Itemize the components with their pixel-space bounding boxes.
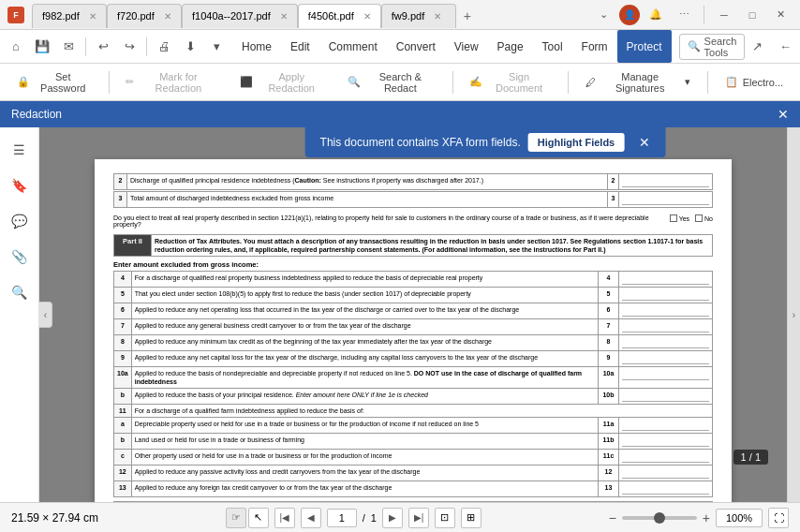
tab-f982[interactable]: f982.pdf ✕ xyxy=(32,4,107,28)
menu-comment[interactable]: Comment xyxy=(319,30,387,63)
yes-checkbox[interactable]: Yes xyxy=(670,214,689,222)
hand-tool-button[interactable]: ☞ xyxy=(226,508,246,528)
apply-redaction-button[interactable]: ⬛ Apply Redaction xyxy=(230,68,334,96)
row-2-field[interactable] xyxy=(619,174,713,190)
input-field[interactable] xyxy=(619,418,713,434)
zoom-in-button[interactable]: + xyxy=(703,510,710,525)
row-3-field[interactable] xyxy=(619,192,713,208)
tab-close-f982[interactable]: ✕ xyxy=(89,11,96,22)
input-field[interactable] xyxy=(619,389,713,405)
notification-icon[interactable]: 🔔 xyxy=(644,3,668,27)
last-page-button[interactable]: ▶| xyxy=(408,508,429,528)
panel-comment-icon[interactable]: 💬 xyxy=(5,206,35,236)
redo-icon[interactable]: ↪ xyxy=(117,34,141,60)
input-field[interactable] xyxy=(619,319,713,335)
menu-tool[interactable]: Tool xyxy=(533,30,572,63)
left-panel-collapse-button[interactable]: ‹ xyxy=(39,302,52,328)
document-scroll[interactable]: This document contains XFA form fields. … xyxy=(39,127,787,502)
mark-for-redaction-button[interactable]: ✏ Mark for Redaction xyxy=(116,68,227,96)
tab-f4506t[interactable]: f4506t.pdf ✕ xyxy=(298,4,381,28)
table-row: b Applied to reduce the basis of your pr… xyxy=(114,389,713,405)
input-field[interactable] xyxy=(619,351,713,367)
first-page-button[interactable]: |◀ xyxy=(274,508,295,528)
input-field[interactable] xyxy=(619,272,713,288)
dropdown-icon[interactable]: ▾ xyxy=(204,34,229,60)
panel-bookmark-icon[interactable]: 🔖 xyxy=(5,170,35,200)
input-field[interactable] xyxy=(619,434,713,450)
input-field[interactable] xyxy=(619,466,713,481)
zoom-thumb[interactable] xyxy=(654,512,665,524)
row-3-text: Total amount of discharged indebtedness … xyxy=(127,192,608,208)
menu-view[interactable]: View xyxy=(445,30,488,63)
table-row: 6 Applied to reduce any net operating lo… xyxy=(114,303,713,319)
fullscreen-button[interactable]: ⛶ xyxy=(768,508,789,528)
menu-home[interactable]: Home xyxy=(232,30,281,63)
part2-label: Part II xyxy=(114,235,152,257)
menu-protect[interactable]: Protect xyxy=(617,30,672,63)
input-field[interactable] xyxy=(619,450,713,466)
back-icon[interactable]: ← xyxy=(773,34,797,60)
menu-convert[interactable]: Convert xyxy=(387,30,445,63)
fit-page-button[interactable]: ⊞ xyxy=(461,508,481,528)
panel-nav-icon[interactable]: ☰ xyxy=(5,135,35,165)
highlight-fields-button[interactable]: Highlight Fields xyxy=(528,133,625,152)
redaction-panel-close[interactable]: ✕ xyxy=(778,107,789,122)
next-page-button[interactable]: ▶ xyxy=(382,508,403,528)
tab-close-f4506t[interactable]: ✕ xyxy=(363,11,371,22)
set-password-button[interactable]: 🔒 Set Password xyxy=(7,68,101,96)
no-checkbox-box[interactable] xyxy=(695,214,703,222)
external-link-icon[interactable]: ↗ xyxy=(745,34,769,60)
download-icon[interactable]: ⬇ xyxy=(178,34,202,60)
tab-f720[interactable]: f720.pdf ✕ xyxy=(107,4,182,28)
undo-icon[interactable]: ↩ xyxy=(91,34,115,60)
tab-close-f1040a[interactable]: ✕ xyxy=(280,11,288,22)
cursor-tool-button[interactable]: ↖ xyxy=(248,508,269,528)
popup-close-icon[interactable]: ✕ xyxy=(639,135,650,150)
print-icon[interactable]: 🖨 xyxy=(152,34,176,60)
email-icon[interactable]: ✉ xyxy=(56,34,81,60)
electronic-button[interactable]: 📋 Electro... xyxy=(716,68,793,96)
input-field[interactable] xyxy=(619,288,713,303)
zoom-out-button[interactable]: − xyxy=(609,510,616,525)
yes-checkbox-box[interactable] xyxy=(670,214,677,222)
zoom-level-display[interactable]: 100% xyxy=(716,509,763,527)
fit-width-button[interactable]: ⊡ xyxy=(435,508,455,528)
input-field[interactable] xyxy=(619,335,713,351)
input-field[interactable] xyxy=(619,481,713,497)
table-row: 5 That you elect under section 108(b)(5)… xyxy=(114,288,713,303)
redaction-panel-header: Redaction ✕ xyxy=(0,101,800,127)
no-checkbox[interactable]: No xyxy=(695,214,713,222)
menu-page[interactable]: Page xyxy=(488,30,533,63)
field-label: 8 xyxy=(599,335,619,351)
menu-dots-icon[interactable]: ⋯ xyxy=(672,3,696,27)
panel-search-icon[interactable]: 🔍 xyxy=(5,277,35,307)
part2-header-table: Part II Reduction of Tax Attributes. You… xyxy=(113,234,713,257)
new-tab-button[interactable]: + xyxy=(456,5,479,27)
chevron-down-icon[interactable]: ⌄ xyxy=(591,3,615,27)
title-bar: F f982.pdf ✕ f720.pdf ✕ f1040a--2017.pdf… xyxy=(0,0,800,30)
close-button[interactable]: ✕ xyxy=(768,3,793,27)
input-field[interactable] xyxy=(619,303,713,319)
manage-signatures-button[interactable]: 🖊 Manage Signatures ▾ xyxy=(576,68,700,96)
menu-form[interactable]: Form xyxy=(572,30,617,63)
search-redact-button[interactable]: 🔍 Search & Redact xyxy=(338,68,445,96)
input-field[interactable] xyxy=(619,367,713,389)
maximize-button[interactable]: □ xyxy=(740,3,764,27)
profile-icon[interactable]: 👤 xyxy=(619,5,640,25)
sign-document-button[interactable]: ✍ Sign Document xyxy=(460,68,559,96)
separator xyxy=(704,6,704,24)
home-icon[interactable]: ⌂ xyxy=(4,34,28,60)
save-icon[interactable]: 💾 xyxy=(30,34,54,60)
panel-attachment-icon[interactable]: 📎 xyxy=(5,242,35,272)
tab-f1040a[interactable]: f1040a--2017.pdf ✕ xyxy=(182,4,298,28)
page-number-input[interactable] xyxy=(327,509,357,527)
zoom-slider[interactable] xyxy=(622,516,697,520)
tab-fw9[interactable]: fw9.pdf ✕ xyxy=(381,4,456,28)
search-tools-button[interactable]: 🔍 Search Tools xyxy=(679,34,746,60)
tab-close-f720[interactable]: ✕ xyxy=(164,11,171,22)
right-panel-collapse-button[interactable]: › xyxy=(787,127,800,502)
prev-page-button[interactable]: ◀ xyxy=(301,508,321,528)
minimize-button[interactable]: ─ xyxy=(712,3,736,27)
tab-close-fw9[interactable]: ✕ xyxy=(434,11,441,22)
menu-edit[interactable]: Edit xyxy=(281,30,319,63)
